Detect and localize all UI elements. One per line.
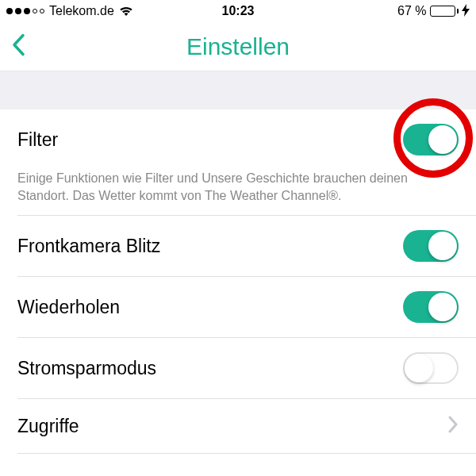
row-front-flash: Frontkamera Blitz (0, 216, 476, 276)
status-right: 67 % (397, 4, 470, 19)
signal-strength-icon (6, 8, 44, 14)
section-spacer (0, 71, 476, 109)
filter-description: Einige Funktionen wie Filter und Unsere … (0, 170, 476, 215)
power-save-toggle[interactable] (403, 352, 459, 384)
back-button[interactable] (11, 33, 25, 60)
battery-icon (430, 6, 459, 17)
row-filter: Filter (0, 109, 476, 170)
charging-icon (462, 4, 470, 19)
access-label: Zugriffe (17, 416, 79, 437)
settings-section: Filter Einige Funktionen wie Filter und … (0, 109, 476, 454)
nav-bar: Einstellen (0, 22, 476, 71)
power-save-label: Stromsparmodus (17, 358, 156, 379)
divider (17, 453, 476, 454)
page-title: Einstellen (186, 33, 290, 60)
carrier-label: Telekom.de (49, 4, 114, 18)
status-left: Telekom.de (6, 4, 133, 18)
chevron-right-icon (447, 413, 459, 439)
content: Filter Einige Funktionen wie Filter und … (0, 71, 476, 454)
filter-toggle[interactable] (403, 124, 459, 155)
repeat-toggle[interactable] (403, 291, 459, 323)
filter-label: Filter (17, 129, 58, 151)
row-repeat: Wiederholen (0, 277, 476, 337)
battery-percent: 67 % (397, 4, 426, 18)
wifi-icon (119, 6, 133, 17)
status-bar: Telekom.de 10:23 67 % (0, 0, 476, 22)
front-flash-toggle[interactable] (403, 230, 459, 262)
row-power-save: Stromsparmodus (0, 338, 476, 398)
clock: 10:23 (222, 4, 255, 18)
repeat-label: Wiederholen (17, 297, 120, 318)
row-access[interactable]: Zugriffe (0, 399, 476, 453)
front-flash-label: Frontkamera Blitz (17, 236, 160, 257)
